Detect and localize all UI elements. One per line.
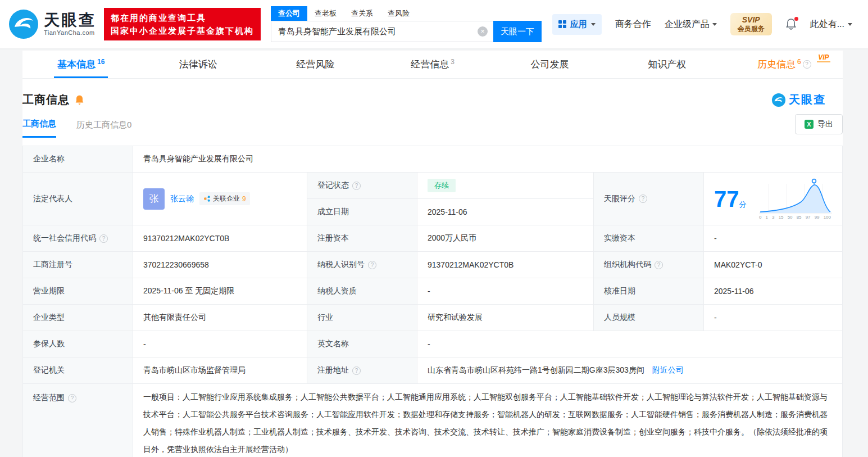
help-icon[interactable]: ?	[639, 194, 647, 203]
legal-rep-label: 法定代表人	[23, 173, 133, 225]
promo-banner[interactable]: 都在用的商业查询工具 国家中小企业发展子基金旗下机构	[104, 8, 261, 40]
legal-rep-value: 张 张云翰 关联企业 9	[133, 173, 307, 225]
logo-text-cn: 天眼查	[44, 12, 96, 28]
help-icon[interactable]: ?	[368, 261, 376, 269]
org-code-value: MAK02YCT-0	[704, 252, 843, 278]
tab-count: 16	[97, 58, 104, 66]
help-icon[interactable]: ?	[803, 60, 811, 69]
staff-size-label: 人员规模	[594, 305, 704, 331]
business-term-label: 营业期限	[23, 278, 133, 305]
help-icon[interactable]: ?	[655, 261, 663, 269]
company-type-value: 其他有限责任公司	[133, 305, 307, 331]
table-row: 营业期限 2025-11-06 至 无固定期限 纳税人资质 - 核准日期 202…	[23, 278, 843, 305]
company-info-table: 企业名称 青岛具身智能产业发展有限公司 法定代表人 张 张云翰 关联企业 9	[22, 146, 843, 457]
search-input[interactable]	[271, 21, 493, 42]
establish-date-value: 2025-11-06	[417, 199, 594, 225]
english-name-value: -	[417, 331, 843, 358]
related-companies-badge[interactable]: 关联企业 9	[199, 192, 250, 205]
address-value: 山东省青岛市崂山区科苑纬一路1号创新园二期G座3层303房间 附近公司	[417, 358, 843, 384]
table-row: 企业名称 青岛具身智能产业发展有限公司	[23, 146, 843, 173]
tab-operating-risk[interactable]: 经营风险	[257, 51, 374, 78]
search-tabs: 查公司 查老板 查关系 查风险	[271, 6, 542, 21]
score-value[interactable]: 77分	[704, 173, 843, 225]
excel-icon: X	[805, 120, 814, 129]
avatar[interactable]: 张	[143, 188, 165, 210]
company-name-value: 青岛具身智能产业发展有限公司	[133, 146, 843, 173]
help-icon[interactable]: ?	[99, 234, 108, 243]
taxpayer-id-value: 91370212MAK02YCT0B	[417, 252, 594, 278]
score-axis-ticks: 0131550859799100	[759, 215, 831, 220]
english-name-label: 英文名称	[307, 331, 417, 358]
top-header: 天眼查 TianYanCha.com 都在用的商业查询工具 国家中小企业发展子基…	[0, 0, 868, 49]
score-number: 77	[714, 187, 739, 211]
vip-flag: VIP	[817, 53, 830, 62]
reg-capital-label: 注册资本	[307, 225, 417, 252]
tianyancha-logo[interactable]: 天眼查 TianYanCha.com	[8, 8, 96, 40]
taxpayer-quality-value: -	[417, 278, 594, 305]
notification-dot	[794, 17, 798, 21]
related-label: 关联企业	[213, 194, 240, 203]
table-row: 统一社会信用代码? 91370212MAK02YCT0B 注册资本 2000万人…	[23, 225, 843, 252]
tab-history-info[interactable]: 历史信息 6 ? VIP	[725, 51, 843, 78]
establish-date-label: 成立日期	[307, 199, 417, 225]
tab-basic-info[interactable]: 基本信息 16	[22, 51, 140, 78]
section-title: 工商信息	[22, 92, 70, 107]
help-icon[interactable]: ?	[68, 394, 76, 402]
tab-label: 经营信息	[411, 58, 449, 71]
org-code-label: 组织机构代码?	[594, 252, 704, 278]
svip-label: SVIP	[738, 15, 765, 25]
subtab-business-registration[interactable]: 工商信息	[22, 119, 56, 138]
score-label: 天眼评分?	[594, 173, 704, 225]
staff-size-value: -	[704, 305, 843, 331]
tab-label: 历史信息	[757, 58, 796, 71]
chevron-down-icon	[848, 23, 852, 26]
user-menu[interactable]: 此处有...	[810, 19, 852, 30]
legal-rep-link[interactable]: 张云翰	[170, 194, 194, 204]
chevron-down-icon	[712, 23, 717, 26]
reg-status-value: 存续	[417, 173, 594, 199]
search-button[interactable]: 天眼一下	[493, 21, 542, 42]
search-tab-boss[interactable]: 查老板	[307, 6, 344, 21]
nav-business-coop[interactable]: 商务合作	[615, 19, 651, 30]
taxpayer-id-label: 纳税人识别号?	[307, 252, 417, 278]
business-scope-label: 经营范围?	[23, 384, 133, 457]
search-tab-company[interactable]: 查公司	[271, 6, 307, 21]
table-row: 经营范围? 一般项目：人工智能行业应用系统集成服务；人工智能公共数据平台；人工智…	[23, 384, 843, 457]
watermark-logo: 天眼查	[771, 92, 826, 107]
address-text: 山东省青岛市崂山区科苑纬一路1号创新园二期G座3层303房间	[428, 365, 644, 374]
tab-business-info[interactable]: 经营信息 3	[374, 51, 492, 78]
username: 此处有...	[810, 19, 844, 30]
reg-capital-value: 2000万人民币	[417, 225, 594, 252]
related-icon	[203, 195, 211, 202]
search-tab-risk[interactable]: 查风险	[380, 6, 417, 21]
tab-company-development[interactable]: 公司发展	[491, 51, 608, 78]
svip-membership-badge[interactable]: SVIP 会员服务	[730, 13, 772, 36]
logo-text-en: TianYanCha.com	[44, 30, 96, 36]
tab-label: 法律诉讼	[179, 58, 217, 71]
subtab-history-registration[interactable]: 历史工商信息0	[76, 120, 131, 137]
help-icon[interactable]: ?	[352, 366, 361, 375]
watermark-logo-icon	[771, 93, 786, 107]
tab-label: 公司发展	[531, 58, 569, 71]
nearby-companies-link[interactable]: 附近公司	[652, 365, 684, 374]
credit-code-label: 统一社会信用代码?	[23, 225, 133, 252]
nav-enterprise-products[interactable]: 企业级产品	[665, 19, 717, 30]
export-button[interactable]: X 导出	[795, 114, 843, 134]
main-content: 基本信息 16 法律诉讼 经营风险 经营信息 3 公司发展 知识产权 历史信息 …	[22, 51, 843, 457]
subscribe-bell-icon[interactable]	[74, 94, 85, 106]
search-tab-relation[interactable]: 查关系	[344, 6, 380, 21]
tab-intellectual-property[interactable]: 知识产权	[608, 51, 726, 78]
apps-menu[interactable]: 应用	[552, 14, 602, 35]
clear-search-icon[interactable]: ×	[478, 26, 488, 37]
tab-legal-proceedings[interactable]: 法律诉讼	[140, 51, 257, 78]
company-type-label: 企业类型	[23, 305, 133, 331]
company-name-label: 企业名称	[23, 146, 133, 173]
watermark-logo-text: 天眼查	[789, 92, 826, 107]
help-icon[interactable]: ?	[352, 182, 361, 190]
promo-banner-line2: 国家中小企业发展子基金旗下机构	[111, 24, 254, 37]
notification-bell-icon[interactable]	[785, 18, 797, 30]
table-row: 工商注册号 370212230669658 纳税人识别号? 91370212MA…	[23, 252, 843, 278]
business-coop-label: 商务合作	[615, 19, 651, 30]
paid-capital-label: 实缴资本	[594, 225, 704, 252]
subtab-label: 历史工商信息	[76, 120, 127, 129]
